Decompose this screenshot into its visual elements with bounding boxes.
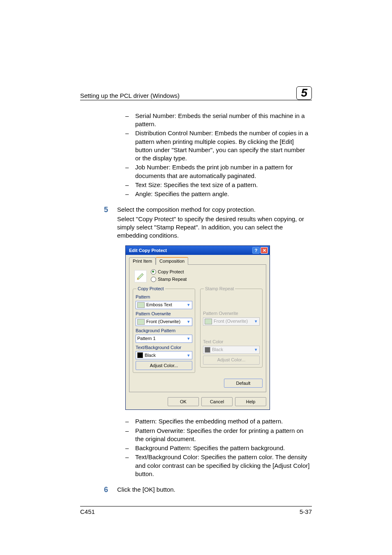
button-label: Adjust Color... xyxy=(217,357,245,363)
color-swatch-icon xyxy=(205,347,210,353)
background-pattern-combo[interactable]: Pattern 1 ▾ xyxy=(136,335,192,343)
combo-value: Black xyxy=(212,347,223,353)
radio-stamp-repeat[interactable]: Stamp Repeat xyxy=(151,276,187,282)
background-pattern-label: Background Pattern xyxy=(136,328,192,334)
step-6: 6 Click the [OK] button. xyxy=(117,486,312,494)
chevron-down-icon: ▾ xyxy=(253,318,259,325)
button-label: OK xyxy=(180,399,187,405)
pattern-overwrite-label: Pattern Overwrite xyxy=(203,310,260,317)
step-text: Click the [OK] button. xyxy=(117,486,312,494)
list-item: Background Pattern: Specifies the patter… xyxy=(125,444,312,452)
chevron-down-icon: ▾ xyxy=(185,352,192,359)
chevron-down-icon: ▾ xyxy=(185,335,192,342)
cancel-button[interactable]: Cancel xyxy=(201,397,233,406)
pattern-overwrite-combo-disabled: Front (Overwrite) ▾ xyxy=(203,317,260,326)
button-label: Default xyxy=(236,380,251,386)
combo-value: Pattern 1 xyxy=(137,335,156,342)
chevron-down-icon: ▾ xyxy=(185,318,192,326)
help-button[interactable]: Help xyxy=(235,397,266,406)
chapter-number: 5 xyxy=(296,86,312,100)
list-item: Text/Background Color: Specifies the pat… xyxy=(125,453,312,478)
header-title: Setting up the PCL driver (Windows) xyxy=(80,92,180,99)
footer-left: C451 xyxy=(80,508,95,515)
help-icon[interactable]: ? xyxy=(252,247,260,254)
pattern-combo[interactable]: Emboss Text ▾ xyxy=(136,301,192,309)
tab-print-item[interactable]: Print Item xyxy=(129,257,156,265)
list-item: Pattern Overwrite: Specifies the order f… xyxy=(125,427,312,444)
adjust-color-button-disabled: Adjust Color... xyxy=(203,356,260,365)
button-label: Cancel xyxy=(210,399,224,405)
ok-button[interactable]: OK xyxy=(168,397,199,406)
pattern-label: Pattern xyxy=(136,294,192,300)
combo-value: Front (Overwrite) xyxy=(146,319,180,325)
bullet-list-2: Pattern: Specifies the embedding method … xyxy=(125,417,312,478)
radio-icon xyxy=(151,277,156,282)
list-item: Serial Number: Embeds the serial number … xyxy=(125,112,312,129)
edit-copy-protect-dialog: Edit Copy Protect ? ✕ Print Item Composi… xyxy=(125,245,270,410)
composition-panel: Copy Protect Stamp Repeat Cop xyxy=(129,264,266,392)
adjust-color-button[interactable]: Adjust Color... xyxy=(136,361,192,370)
chevron-down-icon: ▾ xyxy=(185,301,192,309)
group-title: Stamp Repeat xyxy=(204,286,235,292)
chevron-down-icon: ▾ xyxy=(253,346,259,354)
list-item: Pattern: Specifies the embedding method … xyxy=(125,417,312,426)
list-item: Angle: Specifies the pattern angle. xyxy=(125,190,312,198)
bullet-list-1: Serial Number: Embeds the serial number … xyxy=(125,112,312,199)
svg-marker-0 xyxy=(138,273,143,279)
group-title: Copy Protect xyxy=(136,286,165,292)
button-label: Help xyxy=(246,399,256,405)
dialog-titlebar[interactable]: Edit Copy Protect ? ✕ xyxy=(126,246,270,255)
dialog-title: Edit Copy Protect xyxy=(129,247,167,254)
close-icon[interactable]: ✕ xyxy=(261,247,268,254)
color-swatch-icon xyxy=(137,352,143,358)
text-color-label: Text Color xyxy=(203,339,260,345)
text-bg-color-combo[interactable]: Black ▾ xyxy=(136,351,192,359)
stamp-repeat-group: Stamp Repeat Pattern Overwrite Front (Ov… xyxy=(200,289,263,368)
radio-copy-protect[interactable]: Copy Protect xyxy=(151,269,187,275)
footer-right: 5-37 xyxy=(300,508,312,515)
combo-value: Emboss Text xyxy=(146,302,172,308)
page-header: Setting up the PCL driver (Windows) 5 xyxy=(80,86,312,100)
step-5: 5 Select the composition method for copy… xyxy=(117,206,312,240)
step-number: 5 xyxy=(104,205,108,215)
radio-label: Copy Protect xyxy=(158,269,184,275)
step-text: Select the composition method for copy p… xyxy=(117,206,312,214)
list-item: Job Number: Embeds the print job number … xyxy=(125,163,312,180)
radio-icon xyxy=(151,269,156,275)
combo-value: Front (Overwrite) xyxy=(214,318,248,324)
step-number: 6 xyxy=(104,485,108,495)
dialog-tabs: Print Item Composition xyxy=(129,257,266,265)
copy-protect-group: Copy Protect Pattern Emboss Text ▾ Patte… xyxy=(133,289,195,373)
mode-icon xyxy=(134,270,147,282)
button-label: Adjust Color... xyxy=(150,363,178,369)
text-bg-color-label: Text/Background Color xyxy=(136,345,192,351)
tab-composition[interactable]: Composition xyxy=(156,257,188,265)
default-button[interactable]: Default xyxy=(224,379,263,388)
list-item: Text Size: Specifies the text size of a … xyxy=(125,181,312,189)
radio-label: Stamp Repeat xyxy=(158,276,187,282)
step-text: Select "Copy Protect" to specify the des… xyxy=(117,215,312,240)
list-item: Distribution Control Number: Embeds the … xyxy=(125,129,312,162)
text-color-combo-disabled: Black ▾ xyxy=(203,346,260,354)
page-footer: C451 5-37 xyxy=(80,506,312,515)
pattern-overwrite-combo[interactable]: Front (Overwrite) ▾ xyxy=(136,318,192,326)
combo-value: Black xyxy=(145,352,156,358)
pattern-overwrite-label: Pattern Overwrite xyxy=(136,311,192,317)
